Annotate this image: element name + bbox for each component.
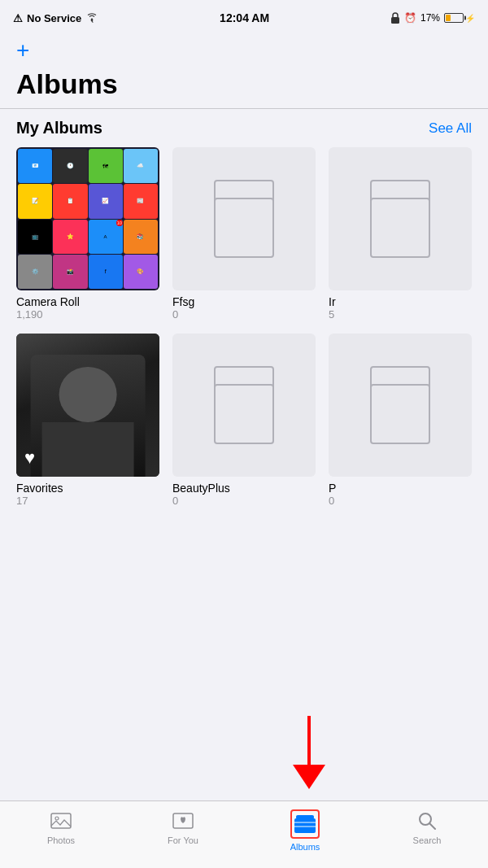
- photos-icon: [50, 809, 72, 832]
- album-name-ffsg: Ffsg: [172, 295, 316, 308]
- section-title: My Albums: [16, 119, 102, 137]
- my-albums-section: My Albums See All: [0, 119, 488, 137]
- tab-for-you[interactable]: For You: [122, 809, 244, 845]
- album-thumb-ir: [329, 147, 472, 290]
- album-count-p: 0: [329, 495, 472, 507]
- search-icon: [416, 809, 438, 832]
- status-bar: ⚠ No Service 12:04 AM ⏰ 17% ⚡: [0, 0, 488, 33]
- album-thumb-beautyplus: [172, 334, 316, 477]
- album-item-p[interactable]: P 0: [329, 334, 472, 507]
- tab-photos[interactable]: Photos: [0, 809, 122, 845]
- album-thumb-camera-roll: 📧 🕐 🗺 ☁️ 📝 📋 📈 📰 📺 ⭐ A10 📚 ⚙️: [16, 147, 159, 290]
- album-name-ir: Ir: [329, 295, 472, 308]
- see-all-link[interactable]: See All: [429, 120, 472, 137]
- tab-bar: Photos For You Albums: [0, 800, 488, 868]
- status-right: ⏰ 17% ⚡: [390, 12, 475, 24]
- tab-search[interactable]: Search: [366, 809, 488, 845]
- heart-icon: ♥: [24, 447, 35, 469]
- albums-icon: [294, 813, 316, 835]
- album-count-camera-roll: 1,190: [16, 308, 159, 321]
- album-count-ir: 5: [329, 308, 472, 321]
- album-name-camera-roll: Camera Roll: [16, 295, 159, 308]
- status-left: ⚠ No Service: [13, 12, 98, 24]
- wifi-icon: [85, 13, 98, 23]
- for-you-icon: [172, 809, 194, 832]
- no-service-text: No Service: [27, 12, 81, 24]
- album-thumb-favorites: ♥: [16, 334, 159, 477]
- page-title: Albums: [0, 65, 488, 108]
- svg-point-4: [55, 817, 59, 820]
- album-count-ffsg: 0: [172, 308, 316, 321]
- tab-albums-label: Albums: [290, 842, 320, 852]
- album-item-ir[interactable]: Ir 5: [329, 147, 472, 321]
- tab-for-you-label: For You: [168, 835, 198, 845]
- album-name-beautyplus: BeautyPlus: [172, 482, 316, 495]
- album-count-beautyplus: 0: [172, 495, 316, 507]
- svg-line-11: [429, 823, 435, 829]
- battery-percent: 17%: [420, 12, 440, 24]
- tab-photos-label: Photos: [47, 835, 75, 845]
- status-time: 12:04 AM: [220, 11, 269, 24]
- album-item-beautyplus[interactable]: BeautyPlus 0: [172, 334, 316, 507]
- album-name-p: P: [329, 482, 472, 495]
- nav-bar: +: [0, 33, 488, 65]
- section-divider: [0, 108, 488, 109]
- album-item-favorites[interactable]: ♥ Favorites 17: [16, 334, 159, 507]
- album-item-ffsg[interactable]: Ffsg 0: [172, 147, 316, 321]
- svg-rect-0: [391, 17, 399, 24]
- section-header: My Albums See All: [16, 119, 472, 137]
- album-name-favorites: Favorites: [16, 482, 159, 495]
- tab-search-label: Search: [413, 835, 442, 845]
- tab-albums[interactable]: Albums: [244, 809, 366, 852]
- add-button[interactable]: +: [16, 39, 29, 62]
- album-thumb-ffsg: [172, 147, 316, 290]
- album-count-favorites: 17: [16, 495, 159, 507]
- albums-tab-highlight: [290, 809, 320, 839]
- alarm-icon: ⏰: [404, 12, 416, 24]
- svg-rect-6: [294, 818, 316, 833]
- main-content: + Albums My Albums See All 📧 🕐 🗺 ☁️ 📝 📋: [0, 33, 488, 800]
- battery-icon: ⚡: [444, 13, 475, 23]
- svg-rect-3: [51, 813, 71, 828]
- album-thumb-p: [329, 334, 472, 477]
- svg-rect-7: [296, 815, 314, 819]
- warning-icon: ⚠: [13, 12, 23, 24]
- album-item-camera-roll[interactable]: 📧 🕐 🗺 ☁️ 📝 📋 📈 📰 📺 ⭐ A10 📚 ⚙️: [16, 147, 159, 321]
- album-grid: 📧 🕐 🗺 ☁️ 📝 📋 📈 📰 📺 ⭐ A10 📚 ⚙️: [0, 147, 488, 523]
- lock-icon: [390, 12, 400, 24]
